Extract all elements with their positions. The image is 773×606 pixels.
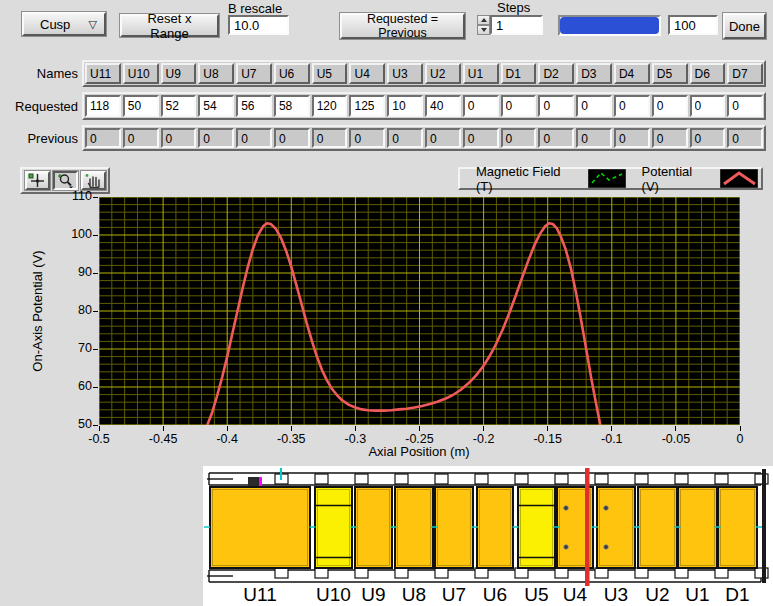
x-tick-label: -0.25 — [397, 432, 443, 446]
requested-cell[interactable] — [274, 95, 310, 117]
previous-cell: 0 — [727, 128, 763, 148]
legend-item[interactable]: Potential (V) — [626, 164, 758, 194]
requested-cell[interactable] — [123, 95, 159, 117]
requested-cell[interactable] — [501, 95, 537, 117]
x-tick-label: -0.15 — [525, 432, 571, 446]
requested-cell-frame — [274, 95, 310, 117]
name-cell: U11 — [85, 63, 121, 84]
previous-cell: 0 — [690, 128, 726, 148]
mode-ring-value: Cusp — [40, 17, 70, 32]
zoom-tool-button[interactable] — [53, 171, 78, 190]
name-cell: U10 — [123, 63, 159, 84]
plot-canvas — [99, 197, 740, 425]
previous-cell: 0 — [161, 128, 197, 148]
requested-cell-frame — [501, 95, 537, 117]
pan-tool-button[interactable] — [81, 171, 106, 190]
mounting-tab — [515, 474, 528, 484]
requested-cell-frame — [236, 95, 272, 117]
requested-cell[interactable] — [727, 95, 763, 117]
electrode-label-u11: U11 — [243, 584, 276, 605]
electrode-label-u1: U1 — [685, 584, 709, 605]
y-tick-mark — [93, 311, 98, 312]
name-cell: D4 — [614, 63, 650, 84]
steps-field[interactable] — [490, 15, 543, 35]
y-tick-label: 80 — [52, 303, 92, 317]
chevron-down-icon: ▽ — [89, 18, 97, 31]
requested-cell-frame — [312, 95, 348, 117]
mode-ring-dropdown[interactable]: Cusp ▽ — [22, 12, 106, 36]
electrode-label-u9: U9 — [361, 584, 385, 605]
x-tick-label: -0.35 — [268, 432, 314, 446]
mounting-tab — [715, 474, 728, 484]
done-button[interactable]: Done — [723, 13, 766, 39]
previous-row: 000000000000000000 — [82, 125, 766, 151]
electrode-block-u3 — [597, 487, 635, 568]
electrode-block-u5 — [518, 487, 555, 568]
name-cell: D3 — [576, 63, 612, 84]
requested-cell[interactable] — [690, 95, 726, 117]
requested-cell[interactable] — [463, 95, 499, 117]
requested-cell[interactable] — [425, 95, 461, 117]
x-tick-label: -0.45 — [140, 432, 186, 446]
requested-cell[interactable] — [198, 95, 234, 117]
legend-label: Magnetic Field (T) — [476, 164, 581, 194]
name-cell: U5 — [312, 63, 348, 84]
requested-equals-previous-button[interactable]: Requested = Previous — [340, 13, 465, 39]
requested-cell[interactable] — [538, 95, 574, 117]
legend-sample-box — [720, 169, 758, 188]
requested-cell[interactable] — [161, 95, 197, 117]
electrode-label-u5: U5 — [524, 584, 548, 605]
progress-bar — [558, 15, 661, 36]
max-steps-field[interactable] — [668, 15, 718, 35]
name-cell: U4 — [349, 63, 385, 84]
y-axis-title: On-Axis Potential (V) — [30, 197, 45, 425]
requested-cell[interactable] — [576, 95, 612, 117]
requested-cell[interactable] — [614, 95, 650, 117]
mounting-tab — [635, 568, 648, 578]
mounting-tab — [355, 474, 368, 484]
xy-plot-area[interactable] — [99, 197, 740, 425]
y-tick-label: 50 — [52, 417, 92, 431]
labview-panel: Cusp ▽ Reset x Range B rescale Requested… — [0, 0, 773, 606]
requested-cell[interactable] — [387, 95, 423, 117]
requested-cell-frame — [387, 95, 423, 117]
x-tick-mark — [611, 426, 612, 431]
mounting-tab — [755, 568, 768, 578]
requested-cell[interactable] — [652, 95, 688, 117]
b-rescale-label: B rescale — [228, 1, 282, 16]
steps-label: Steps — [497, 0, 530, 15]
cursor-tool-button[interactable] — [25, 171, 50, 190]
requested-cell[interactable] — [349, 95, 385, 117]
steps-spinner — [477, 15, 543, 35]
mounting-tab — [275, 568, 288, 578]
hand-icon — [84, 173, 103, 188]
steps-decrement-button[interactable] — [477, 25, 490, 35]
previous-cell: 0 — [274, 128, 310, 148]
requested-cell-frame — [652, 95, 688, 117]
requested-cell[interactable] — [312, 95, 348, 117]
legend-sample-box — [588, 169, 626, 188]
x-tick-label: -0.4 — [204, 432, 250, 446]
x-tick-label: -0.05 — [653, 432, 699, 446]
requested-cell-frame — [349, 95, 385, 117]
reset-x-range-button[interactable]: Reset x Range — [120, 14, 219, 37]
b-rescale-field[interactable] — [228, 15, 289, 35]
magnifier-icon — [56, 173, 75, 188]
mounting-tab — [435, 474, 448, 484]
requested-row — [82, 92, 766, 120]
x-tick-mark — [227, 426, 228, 431]
requested-cell[interactable] — [85, 95, 121, 117]
y-tick-label: 90 — [52, 265, 92, 279]
requested-cell-frame — [727, 95, 763, 117]
progress-bar-fill — [560, 17, 659, 34]
y-tick-mark — [93, 349, 98, 350]
legend-item[interactable]: Magnetic Field (T) — [460, 164, 626, 194]
previous-cell: 0 — [123, 128, 159, 148]
requested-cell-frame — [161, 95, 197, 117]
steps-increment-button[interactable] — [477, 15, 490, 25]
x-tick-mark — [355, 426, 356, 431]
electrode-label-u8: U8 — [402, 584, 426, 605]
requested-cell[interactable] — [236, 95, 272, 117]
name-cell: U3 — [387, 63, 423, 84]
electrode-label-u7: U7 — [442, 584, 466, 605]
